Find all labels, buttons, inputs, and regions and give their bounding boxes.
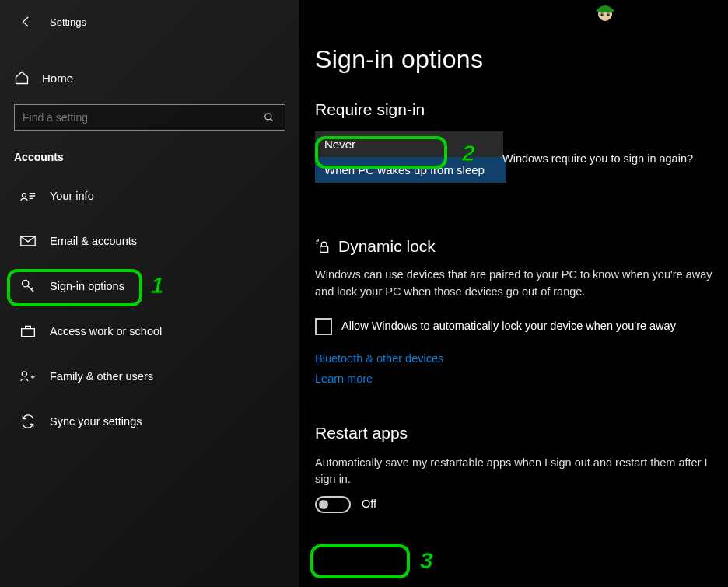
sidebar-item-sync-settings[interactable]: Sync your settings	[14, 404, 285, 439]
dynamic-lock-description: Windows can use devices that are paired …	[315, 267, 712, 301]
briefcase-icon	[20, 323, 36, 339]
restart-apps-description: Automatically save my restartable apps w…	[315, 455, 712, 489]
sidebar-item-label: Email & accounts	[50, 235, 137, 247]
annotation-number-3: 3	[420, 547, 433, 574]
require-signin-dropdown[interactable]: Never When PC wakes up from sleep	[315, 131, 506, 183]
app-title: Settings	[50, 16, 86, 28]
sidebar-item-label: Sign-in options	[50, 280, 124, 292]
sidebar-item-email-accounts[interactable]: Email & accounts	[14, 224, 285, 258]
dynamic-lock-checkbox-row[interactable]: Allow Windows to automatically lock your…	[315, 318, 712, 335]
main-content: Sign-in options Require sign-in Never Wh…	[299, 0, 728, 587]
bluetooth-link[interactable]: Bluetooth & other devices	[315, 352, 712, 365]
search-input[interactable]	[23, 111, 251, 124]
sync-icon	[20, 414, 36, 429]
dynamic-lock-icon	[315, 239, 331, 254]
sidebar-topbar: Settings	[14, 9, 285, 34]
dynamic-lock-heading: Dynamic lock	[338, 237, 436, 256]
sidebar-item-sign-in-options[interactable]: Sign-in options	[14, 269, 285, 303]
sidebar-item-access-work-school[interactable]: Access work or school	[14, 314, 285, 348]
home-link[interactable]: Home	[14, 65, 285, 90]
sidebar-item-your-info[interactable]: Your info	[14, 179, 285, 213]
require-signin-question: Windows require you to sign in again?	[502, 152, 693, 165]
avatar-image	[591, 3, 619, 31]
back-button[interactable]	[14, 9, 39, 34]
settings-sidebar: Settings Home Accounts Your info	[0, 0, 299, 587]
svg-point-0	[265, 114, 271, 120]
sidebar-item-family-users[interactable]: Family & other users	[14, 359, 285, 393]
dropdown-option-sleep[interactable]: When PC wakes up from sleep	[315, 157, 506, 183]
home-icon	[14, 70, 30, 86]
sidebar-item-label: Sync your settings	[50, 415, 142, 428]
sidebar-item-label: Your info	[50, 190, 94, 202]
svg-point-8	[600, 13, 604, 16]
sidebar-section-header: Accounts	[14, 151, 285, 163]
key-icon	[20, 278, 36, 294]
annotation-number-2: 2	[462, 140, 475, 166]
dynamic-lock-checkbox[interactable]	[315, 318, 332, 335]
restart-apps-toggle[interactable]	[315, 496, 351, 513]
restart-apps-heading: Restart apps	[315, 424, 712, 442]
annotation-number-1: 1	[151, 272, 164, 299]
dynamic-lock-checkbox-label: Allow Windows to automatically lock your…	[341, 318, 676, 335]
search-icon	[261, 110, 277, 125]
home-label: Home	[42, 72, 73, 85]
dropdown-list: When PC wakes up from sleep	[315, 157, 506, 183]
person-card-icon	[20, 188, 36, 204]
mail-icon	[20, 233, 36, 249]
svg-rect-6	[320, 246, 328, 253]
svg-point-5	[22, 372, 26, 376]
restart-apps-toggle-label: Off	[362, 496, 376, 513]
search-box[interactable]	[14, 104, 285, 131]
toggle-knob	[319, 500, 328, 509]
sidebar-item-label: Access work or school	[50, 325, 162, 337]
svg-rect-4	[22, 329, 35, 337]
svg-point-9	[607, 13, 610, 16]
sidebar-item-label: Family & other users	[50, 370, 153, 383]
people-add-icon	[20, 369, 36, 384]
learn-more-link[interactable]: Learn more	[315, 372, 712, 385]
svg-point-1	[23, 194, 26, 197]
require-signin-heading: Require sign-in	[315, 100, 712, 119]
page-title: Sign-in options	[315, 45, 712, 74]
